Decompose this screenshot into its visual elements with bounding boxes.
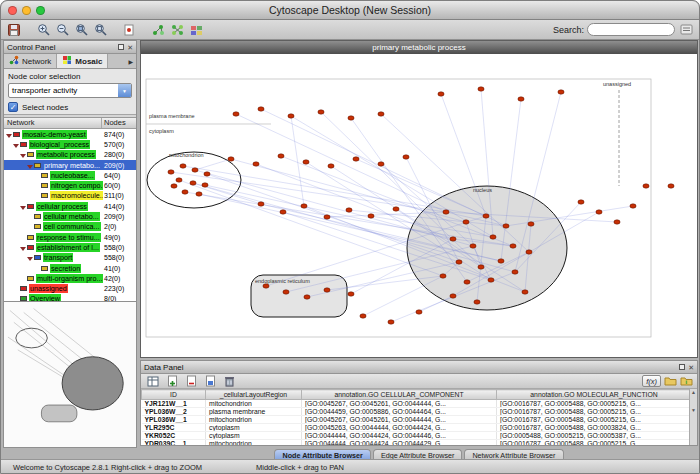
export-attributes-icon[interactable] xyxy=(680,372,693,390)
tab-network[interactable]: Network xyxy=(4,54,57,68)
graph-node[interactable] xyxy=(360,314,366,318)
collapse-icon[interactable] xyxy=(27,254,34,261)
graph-node[interactable] xyxy=(196,192,202,196)
tree-item-primary-metabo[interactable]: primary metabo...209(0) xyxy=(4,160,136,170)
tree-item-unassigned[interactable]: unassigned223(0) xyxy=(4,283,136,293)
column-header[interactable]: annotation.GO CELLULAR_COMPONENT xyxy=(302,390,497,400)
collapse-icon[interactable] xyxy=(6,131,13,138)
select-first-neighbors-icon[interactable] xyxy=(150,22,166,37)
collapse-icon[interactable] xyxy=(27,162,34,169)
tree-item-mosaic-demo-yeast[interactable]: mosaic-demo-yeast874(0) xyxy=(4,129,136,139)
graph-node[interactable] xyxy=(478,265,484,269)
table-row[interactable]: YPL036W__1mitochondrion[GO:0045267, GO:0… xyxy=(142,416,690,424)
delete-attribute-icon[interactable] xyxy=(183,374,199,389)
color-attribute-dropdown[interactable]: transporter activity ▼ xyxy=(8,83,132,98)
graph-node[interactable] xyxy=(483,214,489,218)
formula-builder-button[interactable]: f(x) xyxy=(642,375,661,387)
graph-node[interactable] xyxy=(353,157,359,161)
tree-item-transport[interactable]: transport558(0) xyxy=(4,253,136,263)
column-header[interactable]: ID xyxy=(142,390,206,400)
table-row[interactable]: YDR039C__1mitochondrion[GO:0044444, GO:0… xyxy=(142,440,690,446)
collapse-icon[interactable] xyxy=(20,203,27,210)
tree-column-network[interactable]: Network xyxy=(4,118,102,128)
float-panel-icon[interactable] xyxy=(679,364,685,370)
table-row[interactable]: YKR052Ccytoplasm[GO:0044444, GO:0044424,… xyxy=(142,432,690,440)
graph-node[interactable] xyxy=(228,157,234,161)
tree-column-nodes[interactable]: Nodes xyxy=(102,118,136,128)
graph-node[interactable] xyxy=(253,162,259,166)
graph-node[interactable] xyxy=(443,210,449,214)
graph-node[interactable] xyxy=(171,184,177,188)
close-panel-icon[interactable]: ✕ xyxy=(127,44,133,51)
graph-node[interactable] xyxy=(526,250,532,254)
search-options-button[interactable] xyxy=(678,22,694,37)
graph-node[interactable] xyxy=(258,202,264,206)
graph-node[interactable] xyxy=(512,270,518,274)
column-header[interactable]: annotation.GO MOLECULAR_FUNCTION xyxy=(497,390,690,400)
graph-node[interactable] xyxy=(450,294,456,298)
graph-node[interactable] xyxy=(558,90,564,94)
graph-node[interactable] xyxy=(393,207,399,211)
graph-node[interactable] xyxy=(474,300,480,304)
graph-node[interactable] xyxy=(348,116,354,120)
graph-node[interactable] xyxy=(280,210,286,214)
graph-node[interactable] xyxy=(596,210,602,214)
collapse-icon[interactable] xyxy=(20,151,27,158)
graph-node[interactable] xyxy=(233,112,239,116)
annotation-icon[interactable] xyxy=(121,22,137,37)
import-attributes-icon[interactable] xyxy=(664,372,677,390)
tree-item-establishment-of-l[interactable]: establishment of l...558(0) xyxy=(4,242,136,252)
graph-node[interactable] xyxy=(202,183,208,187)
graph-node[interactable] xyxy=(263,284,269,288)
graph-node[interactable] xyxy=(378,112,384,116)
zoom-in-icon[interactable] xyxy=(35,22,51,37)
table-scrollbar[interactable]: ▲▼ xyxy=(689,389,697,445)
graph-node[interactable] xyxy=(318,110,324,114)
network-canvas[interactable]: plasma membranecytoplasmmitochondrionnuc… xyxy=(141,54,697,357)
tree-item-nucleobase[interactable]: nucleobase...64(0) xyxy=(4,170,136,180)
tree-item-macromolecule[interactable]: macromolecule...311(0) xyxy=(4,191,136,201)
tree-item-cellular-metabo[interactable]: cellular metabo...209(0) xyxy=(4,211,136,221)
graph-node[interactable] xyxy=(348,292,354,296)
graph-node[interactable] xyxy=(510,244,516,248)
graph-node[interactable] xyxy=(324,215,330,219)
layout-icon[interactable] xyxy=(169,22,185,37)
table-row[interactable]: YJR121W__1mitochondrion[GO:0045267, GO:0… xyxy=(142,400,690,408)
title-bar[interactable]: Cytoscape Desktop (New Session) xyxy=(1,1,699,20)
graph-node[interactable] xyxy=(478,87,484,91)
graph-node[interactable] xyxy=(503,224,509,228)
clear-table-icon[interactable] xyxy=(221,374,237,389)
float-panel-icon[interactable] xyxy=(118,44,124,50)
tab-mosaic[interactable]: Mosaic xyxy=(57,54,108,68)
graph-node[interactable] xyxy=(258,107,264,111)
table-row[interactable]: YPL036W__2plasma membrane[GO:0044459, GO… xyxy=(142,408,690,416)
graph-node[interactable] xyxy=(368,214,374,218)
graph-node[interactable] xyxy=(456,260,462,264)
graph-node[interactable] xyxy=(440,274,446,278)
graph-node[interactable] xyxy=(416,310,422,314)
vizmapper-icon[interactable] xyxy=(188,22,204,37)
graph-node[interactable] xyxy=(388,320,394,324)
save-icon[interactable] xyxy=(6,22,22,37)
graph-node[interactable] xyxy=(463,220,469,224)
graph-node[interactable] xyxy=(301,204,307,208)
network-view-title[interactable]: primary metabolic process xyxy=(141,41,697,54)
graph-node[interactable] xyxy=(464,280,470,284)
tree-item-biological-process[interactable]: biological_process570(0) xyxy=(4,139,136,149)
graph-node[interactable] xyxy=(668,184,674,188)
graph-node[interactable] xyxy=(168,170,174,174)
tree-item-secretion[interactable]: secretion41(0) xyxy=(4,263,136,273)
tab-overflow-button[interactable]: ▶ xyxy=(125,54,136,68)
graph-node[interactable] xyxy=(438,92,444,96)
graph-node[interactable] xyxy=(303,160,309,164)
create-attribute-icon[interactable] xyxy=(164,374,180,389)
batch-attribute-icon[interactable] xyxy=(202,374,218,389)
select-nodes-checkbox[interactable]: ✓ xyxy=(8,102,18,112)
graph-node[interactable] xyxy=(182,190,188,194)
tree-item-cellular-process[interactable]: cellular process414(0) xyxy=(4,201,136,211)
graph-node[interactable] xyxy=(630,204,636,208)
graph-node[interactable] xyxy=(578,200,584,204)
graph-node[interactable] xyxy=(403,155,409,159)
graph-node[interactable] xyxy=(643,184,649,188)
graph-node[interactable] xyxy=(346,208,352,212)
